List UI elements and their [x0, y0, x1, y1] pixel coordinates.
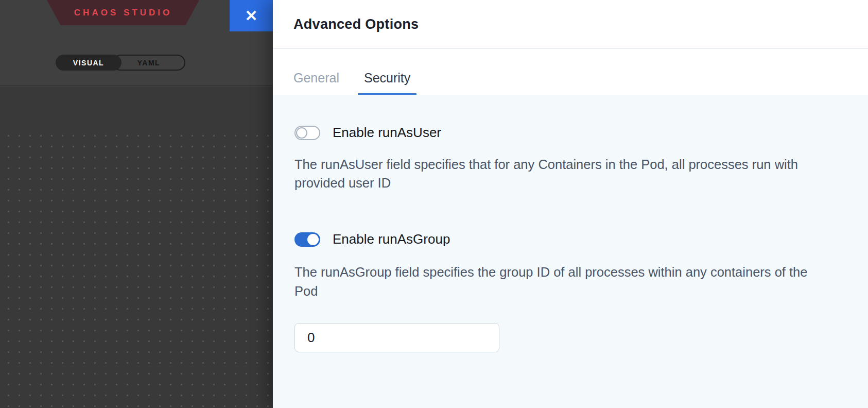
close-drawer-button[interactable]: ✕	[230, 0, 273, 31]
toggle-knob	[307, 234, 319, 245]
group-id-input[interactable]	[294, 323, 499, 352]
run-as-user-label: Enable runAsUser	[333, 125, 441, 141]
run-as-user-row: Enable runAsUser	[294, 125, 847, 141]
drawer-tabs: General Security	[273, 49, 868, 95]
close-icon: ✕	[245, 7, 257, 25]
run-as-group-row: Enable runAsGroup	[294, 231, 847, 247]
advanced-options-drawer: Advanced Options General Security Enable…	[273, 0, 868, 408]
yaml-mode-button[interactable]: YAML	[112, 55, 185, 71]
view-mode-toggle: VISUAL YAML	[56, 55, 185, 71]
editor-toolbar	[0, 87, 273, 127]
drawer-header: Advanced Options	[273, 0, 868, 49]
tab-security[interactable]: Security	[358, 71, 416, 95]
brand-title: CHAOS STUDIO	[74, 8, 172, 18]
screen: CHAOS STUDIO VISUAL YAML ✕ Advanced Opti…	[0, 0, 868, 408]
visual-mode-button[interactable]: VISUAL	[56, 55, 121, 71]
run-as-user-description: The runAsUser field specifies that for a…	[294, 155, 830, 192]
run-as-group-description: The runAsGroup field specifies the group…	[294, 263, 830, 300]
toggle-knob	[296, 127, 307, 139]
drawer-title: Advanced Options	[293, 16, 419, 32]
enable-run-as-user-toggle[interactable]	[294, 126, 320, 140]
run-as-group-label: Enable runAsGroup	[333, 231, 450, 247]
enable-run-as-group-toggle[interactable]	[294, 232, 320, 247]
chaos-canvas[interactable]	[0, 127, 273, 408]
brand-banner: CHAOS STUDIO	[47, 0, 199, 25]
tab-general[interactable]: General	[287, 71, 345, 95]
chaos-studio-panel: CHAOS STUDIO VISUAL YAML ✕	[0, 0, 273, 408]
security-tab-panel: Enable runAsUser The runAsUser field spe…	[273, 95, 868, 408]
